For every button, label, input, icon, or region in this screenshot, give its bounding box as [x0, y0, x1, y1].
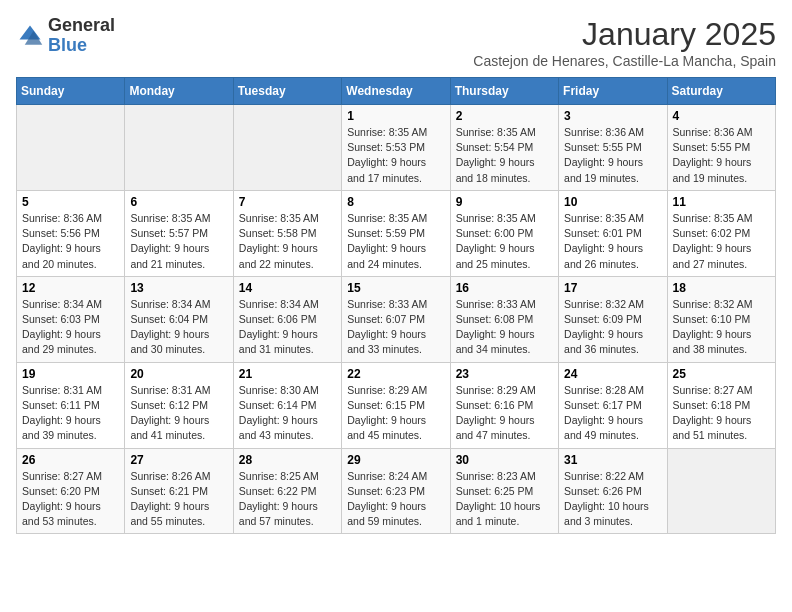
calendar-cell: 9Sunrise: 8:35 AM Sunset: 6:00 PM Daylig… — [450, 190, 558, 276]
weekday-row: SundayMondayTuesdayWednesdayThursdayFrid… — [17, 78, 776, 105]
calendar-cell: 19Sunrise: 8:31 AM Sunset: 6:11 PM Dayli… — [17, 362, 125, 448]
calendar-cell: 1Sunrise: 8:35 AM Sunset: 5:53 PM Daylig… — [342, 105, 450, 191]
day-number: 18 — [673, 281, 770, 295]
day-info: Sunrise: 8:26 AM Sunset: 6:21 PM Dayligh… — [130, 469, 227, 530]
calendar-cell: 16Sunrise: 8:33 AM Sunset: 6:08 PM Dayli… — [450, 276, 558, 362]
day-info: Sunrise: 8:32 AM Sunset: 6:10 PM Dayligh… — [673, 297, 770, 358]
day-number: 20 — [130, 367, 227, 381]
day-info: Sunrise: 8:36 AM Sunset: 5:56 PM Dayligh… — [22, 211, 119, 272]
day-number: 27 — [130, 453, 227, 467]
day-number: 2 — [456, 109, 553, 123]
day-number: 31 — [564, 453, 661, 467]
calendar-cell: 29Sunrise: 8:24 AM Sunset: 6:23 PM Dayli… — [342, 448, 450, 534]
day-info: Sunrise: 8:35 AM Sunset: 5:59 PM Dayligh… — [347, 211, 444, 272]
calendar-cell: 7Sunrise: 8:35 AM Sunset: 5:58 PM Daylig… — [233, 190, 341, 276]
day-number: 7 — [239, 195, 336, 209]
calendar-cell: 17Sunrise: 8:32 AM Sunset: 6:09 PM Dayli… — [559, 276, 667, 362]
day-number: 15 — [347, 281, 444, 295]
day-number: 10 — [564, 195, 661, 209]
weekday-header-sunday: Sunday — [17, 78, 125, 105]
day-info: Sunrise: 8:31 AM Sunset: 6:12 PM Dayligh… — [130, 383, 227, 444]
day-info: Sunrise: 8:28 AM Sunset: 6:17 PM Dayligh… — [564, 383, 661, 444]
calendar-cell: 26Sunrise: 8:27 AM Sunset: 6:20 PM Dayli… — [17, 448, 125, 534]
week-row-4: 19Sunrise: 8:31 AM Sunset: 6:11 PM Dayli… — [17, 362, 776, 448]
day-number: 8 — [347, 195, 444, 209]
day-info: Sunrise: 8:25 AM Sunset: 6:22 PM Dayligh… — [239, 469, 336, 530]
day-number: 4 — [673, 109, 770, 123]
calendar-table: SundayMondayTuesdayWednesdayThursdayFrid… — [16, 77, 776, 534]
calendar-cell: 20Sunrise: 8:31 AM Sunset: 6:12 PM Dayli… — [125, 362, 233, 448]
day-info: Sunrise: 8:27 AM Sunset: 6:20 PM Dayligh… — [22, 469, 119, 530]
month-title: January 2025 — [473, 16, 776, 53]
logo-text: General Blue — [48, 16, 115, 56]
day-info: Sunrise: 8:35 AM Sunset: 5:57 PM Dayligh… — [130, 211, 227, 272]
calendar-header: SundayMondayTuesdayWednesdayThursdayFrid… — [17, 78, 776, 105]
day-number: 29 — [347, 453, 444, 467]
day-number: 24 — [564, 367, 661, 381]
calendar-cell: 24Sunrise: 8:28 AM Sunset: 6:17 PM Dayli… — [559, 362, 667, 448]
weekday-header-thursday: Thursday — [450, 78, 558, 105]
day-number: 9 — [456, 195, 553, 209]
day-info: Sunrise: 8:35 AM Sunset: 5:58 PM Dayligh… — [239, 211, 336, 272]
day-info: Sunrise: 8:33 AM Sunset: 6:08 PM Dayligh… — [456, 297, 553, 358]
calendar-cell: 22Sunrise: 8:29 AM Sunset: 6:15 PM Dayli… — [342, 362, 450, 448]
calendar-cell: 10Sunrise: 8:35 AM Sunset: 6:01 PM Dayli… — [559, 190, 667, 276]
calendar-cell — [125, 105, 233, 191]
week-row-1: 1Sunrise: 8:35 AM Sunset: 5:53 PM Daylig… — [17, 105, 776, 191]
calendar-cell: 21Sunrise: 8:30 AM Sunset: 6:14 PM Dayli… — [233, 362, 341, 448]
day-info: Sunrise: 8:34 AM Sunset: 6:04 PM Dayligh… — [130, 297, 227, 358]
day-number: 21 — [239, 367, 336, 381]
day-info: Sunrise: 8:35 AM Sunset: 6:01 PM Dayligh… — [564, 211, 661, 272]
day-info: Sunrise: 8:24 AM Sunset: 6:23 PM Dayligh… — [347, 469, 444, 530]
calendar-cell: 11Sunrise: 8:35 AM Sunset: 6:02 PM Dayli… — [667, 190, 775, 276]
calendar-cell: 27Sunrise: 8:26 AM Sunset: 6:21 PM Dayli… — [125, 448, 233, 534]
calendar-cell — [233, 105, 341, 191]
day-info: Sunrise: 8:35 AM Sunset: 6:00 PM Dayligh… — [456, 211, 553, 272]
day-info: Sunrise: 8:27 AM Sunset: 6:18 PM Dayligh… — [673, 383, 770, 444]
logo-icon — [16, 22, 44, 50]
weekday-header-tuesday: Tuesday — [233, 78, 341, 105]
day-info: Sunrise: 8:22 AM Sunset: 6:26 PM Dayligh… — [564, 469, 661, 530]
weekday-header-wednesday: Wednesday — [342, 78, 450, 105]
day-number: 5 — [22, 195, 119, 209]
day-number: 1 — [347, 109, 444, 123]
calendar-cell: 12Sunrise: 8:34 AM Sunset: 6:03 PM Dayli… — [17, 276, 125, 362]
day-number: 6 — [130, 195, 227, 209]
day-number: 3 — [564, 109, 661, 123]
calendar-cell: 4Sunrise: 8:36 AM Sunset: 5:55 PM Daylig… — [667, 105, 775, 191]
day-info: Sunrise: 8:36 AM Sunset: 5:55 PM Dayligh… — [564, 125, 661, 186]
day-info: Sunrise: 8:30 AM Sunset: 6:14 PM Dayligh… — [239, 383, 336, 444]
day-number: 12 — [22, 281, 119, 295]
day-number: 28 — [239, 453, 336, 467]
week-row-3: 12Sunrise: 8:34 AM Sunset: 6:03 PM Dayli… — [17, 276, 776, 362]
day-info: Sunrise: 8:23 AM Sunset: 6:25 PM Dayligh… — [456, 469, 553, 530]
day-number: 25 — [673, 367, 770, 381]
day-number: 13 — [130, 281, 227, 295]
logo-blue: Blue — [48, 36, 115, 56]
page-header: General Blue January 2025 Castejon de He… — [16, 16, 776, 69]
logo: General Blue — [16, 16, 115, 56]
logo-general: General — [48, 16, 115, 36]
day-number: 19 — [22, 367, 119, 381]
week-row-2: 5Sunrise: 8:36 AM Sunset: 5:56 PM Daylig… — [17, 190, 776, 276]
day-info: Sunrise: 8:33 AM Sunset: 6:07 PM Dayligh… — [347, 297, 444, 358]
day-number: 11 — [673, 195, 770, 209]
calendar-cell: 23Sunrise: 8:29 AM Sunset: 6:16 PM Dayli… — [450, 362, 558, 448]
calendar-cell: 8Sunrise: 8:35 AM Sunset: 5:59 PM Daylig… — [342, 190, 450, 276]
day-number: 17 — [564, 281, 661, 295]
weekday-header-saturday: Saturday — [667, 78, 775, 105]
day-info: Sunrise: 8:29 AM Sunset: 6:16 PM Dayligh… — [456, 383, 553, 444]
day-number: 16 — [456, 281, 553, 295]
weekday-header-friday: Friday — [559, 78, 667, 105]
day-info: Sunrise: 8:35 AM Sunset: 6:02 PM Dayligh… — [673, 211, 770, 272]
calendar-cell: 13Sunrise: 8:34 AM Sunset: 6:04 PM Dayli… — [125, 276, 233, 362]
location-subtitle: Castejon de Henares, Castille-La Mancha,… — [473, 53, 776, 69]
calendar-body: 1Sunrise: 8:35 AM Sunset: 5:53 PM Daylig… — [17, 105, 776, 534]
calendar-cell: 28Sunrise: 8:25 AM Sunset: 6:22 PM Dayli… — [233, 448, 341, 534]
day-info: Sunrise: 8:34 AM Sunset: 6:03 PM Dayligh… — [22, 297, 119, 358]
weekday-header-monday: Monday — [125, 78, 233, 105]
week-row-5: 26Sunrise: 8:27 AM Sunset: 6:20 PM Dayli… — [17, 448, 776, 534]
calendar-cell: 25Sunrise: 8:27 AM Sunset: 6:18 PM Dayli… — [667, 362, 775, 448]
day-info: Sunrise: 8:32 AM Sunset: 6:09 PM Dayligh… — [564, 297, 661, 358]
day-info: Sunrise: 8:34 AM Sunset: 6:06 PM Dayligh… — [239, 297, 336, 358]
